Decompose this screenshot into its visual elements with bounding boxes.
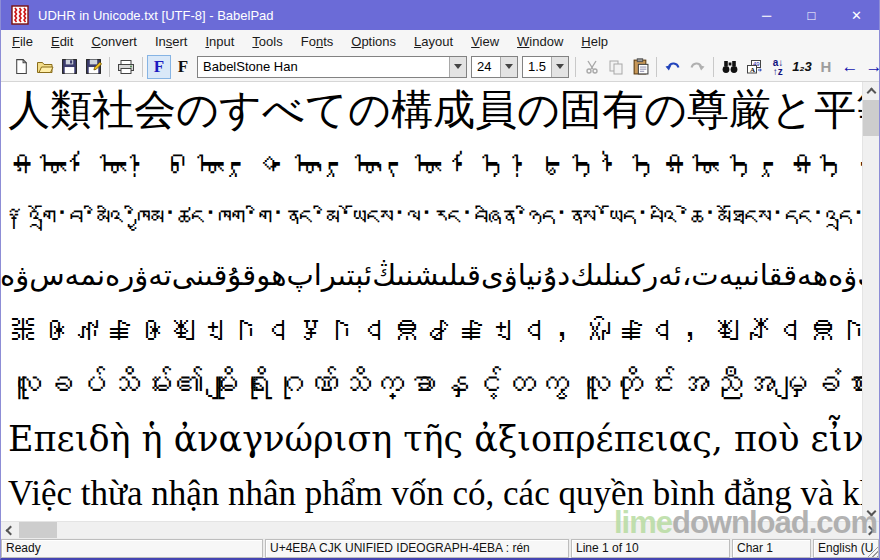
babelpad-app-icon [10, 5, 30, 25]
font-size-combobox[interactable]: 24 [471, 56, 518, 78]
horizontal-scroll-thumb[interactable] [19, 522, 57, 538]
copy-icon [608, 59, 624, 75]
chevron-left-icon [6, 525, 16, 535]
copy-button[interactable] [604, 55, 628, 79]
babelpad-window: UDHR in Unicode.txt [UTF-8] - BabelPad ─… [0, 0, 880, 560]
window-title: UDHR in Unicode.txt [UTF-8] - BabelPad [38, 8, 744, 23]
menu-item-convert[interactable]: Convert [82, 32, 146, 51]
toolbar-separator [109, 57, 110, 77]
redo-arrow-icon [688, 59, 706, 75]
font-name-dropdown-button[interactable] [449, 57, 466, 77]
editor-line-yi: ꒌꀖꁮꑌꀖꄮꉬꑍꒉꐯꑍꒉꌋꆀꑌꉬꒉ，ꑞꑌꒉ，ꄮꑆꒉꌋꑍꑳꉬꑌꒉ [1, 302, 862, 357]
undo-arrow-icon [664, 59, 682, 75]
chevron-down-icon [454, 64, 462, 69]
line-spacing-value: 1.5 [523, 57, 551, 77]
line-spacing-dropdown-button[interactable] [551, 57, 568, 77]
paste-button[interactable] [628, 55, 652, 79]
title-bar[interactable]: UDHR in Unicode.txt [UTF-8] - BabelPad ─… [1, 0, 879, 30]
open-file-button[interactable] [33, 55, 57, 79]
az-case-icon: a↓↑z [773, 58, 784, 76]
menu-item-insert[interactable]: Insert [146, 32, 197, 51]
status-char-info: U+4EBA CJK UNIFIED IDEOGRAPH-4EBA : rén [265, 539, 569, 558]
digits-button[interactable]: 1₂3 [790, 55, 814, 79]
previous-char-button[interactable]: ← [838, 55, 862, 79]
case-convert-button[interactable]: a↓↑z [766, 55, 790, 79]
minimize-button[interactable]: ─ [744, 0, 789, 30]
menu-item-layout[interactable]: Layout [405, 32, 462, 51]
font-size-dropdown-button[interactable] [500, 57, 517, 77]
editor-line-uyghur: ۋە تەۋرەنمەس ھوقۇقىنى ئېتىراپ قىلىشنىڭ د… [1, 247, 862, 302]
right-arrow-icon: → [866, 58, 880, 75]
save-button[interactable] [57, 55, 81, 79]
chevron-right-icon [865, 525, 875, 535]
open-folder-icon [36, 59, 54, 75]
printer-icon [117, 59, 135, 75]
scroll-down-button[interactable] [863, 504, 879, 521]
menu-item-edit[interactable]: Edit [42, 32, 82, 51]
print-button[interactable] [114, 55, 138, 79]
toolbar-separator [656, 57, 657, 77]
menu-item-window[interactable]: Window [508, 32, 572, 51]
toolbar-separator [142, 57, 143, 77]
find-button[interactable] [718, 55, 742, 79]
menu-item-input[interactable]: Input [196, 32, 243, 51]
close-button[interactable]: ✕ [834, 0, 879, 30]
font-name-combobox[interactable]: BabelStone Han [197, 56, 467, 78]
menu-bar: File Edit Convert Insert Input Tools Fon… [1, 30, 879, 52]
menu-item-file[interactable]: File [3, 32, 42, 51]
editor-line-vietnamese: Việc thừa nhận nhân phẩm vốn có, các quy… [1, 466, 862, 521]
horizontal-scrollbar[interactable] [1, 521, 879, 538]
close-icon: ✕ [851, 9, 862, 22]
text-editor-area[interactable]: 人類社会のすべての構成員の固有の尊厳と平等で譲ることのできない権利とを承認するこ… [1, 82, 879, 521]
clipboard-paste-icon [632, 58, 649, 75]
menu-item-help[interactable]: Help [572, 32, 617, 51]
numbers-123-icon: 1₂3 [792, 59, 811, 74]
h-letter-icon: H [821, 59, 832, 74]
redo-button[interactable] [685, 55, 709, 79]
new-document-button[interactable] [9, 55, 33, 79]
status-ready: Ready [1, 539, 263, 558]
next-char-button[interactable]: → [862, 55, 880, 79]
font-name-value: BabelStone Han [198, 57, 449, 77]
toolbar-separator [713, 57, 714, 77]
editor-line-mongolian: ᠬᠦᠮᠦᠨ ᠪᠦᠷ ᠲᠥᠷᠥᠵᠦ ᠮᠡᠨᠳᠡᠯᠡᠬᠦ ᠡᠷᠬᠡ ᠴᠢᠯᠥᠭᠡ ᠲ… [1, 138, 862, 193]
left-arrow-icon: ← [842, 58, 859, 75]
vertical-scroll-thumb[interactable] [863, 100, 879, 136]
menu-item-options[interactable]: Options [342, 32, 405, 51]
han-toggle-button[interactable]: H [814, 55, 838, 79]
codepoint-toggle-button[interactable]: 49 A [742, 55, 766, 79]
single-font-button[interactable]: F [171, 55, 195, 79]
editor-line-greek: Επειδὴ ἡ ἀναγνώριση τῆς ἀξιοπρέπειας, πο… [1, 412, 862, 467]
menu-item-tools[interactable]: Tools [243, 32, 291, 51]
scissors-icon [584, 59, 600, 75]
menu-item-view[interactable]: View [462, 32, 508, 51]
cut-button[interactable] [580, 55, 604, 79]
status-bar: Ready U+4EBA CJK UNIFIED IDEOGRAPH-4EBA … [1, 538, 879, 558]
editor-line-myanmar: လူခပ်သိမ်း၏မျိုးရိုးဂုဏ်သိက္ခာနှင့်တကွ လ… [1, 357, 862, 412]
chevron-down-icon [556, 64, 564, 69]
binoculars-icon [721, 59, 739, 75]
document-lines: 人類社会のすべての構成員の固有の尊厳と平等で譲ることのできない権利とを承認するこ… [1, 82, 862, 521]
editor-line-japanese: 人類社会のすべての構成員の固有の尊厳と平等で譲ることのできない権利とを承認するこ… [1, 82, 862, 138]
scroll-right-button[interactable] [863, 522, 879, 538]
status-char-pos: Char 1 [732, 539, 811, 558]
codepoint-cards-icon: 49 A [745, 59, 763, 75]
font-list-toggle-button[interactable]: F [147, 55, 171, 79]
font-f-black-icon: F [178, 57, 188, 77]
status-line-info: Line 1 of 10 [571, 539, 730, 558]
menu-item-fonts[interactable]: Fonts [292, 32, 343, 51]
font-size-value: 24 [472, 57, 500, 77]
save-as-button[interactable] [81, 55, 105, 79]
status-language: English (U [813, 539, 879, 558]
font-f-blue-icon: F [154, 57, 164, 77]
svg-text:A: A [750, 65, 755, 73]
undo-button[interactable] [661, 55, 685, 79]
chevron-down-icon [505, 64, 513, 69]
vertical-scrollbar[interactable] [862, 82, 879, 521]
minimize-icon: ─ [762, 9, 771, 22]
chevron-down-icon [866, 506, 876, 516]
maximize-button[interactable]: □ [789, 0, 834, 30]
line-spacing-combobox[interactable]: 1.5 [522, 56, 569, 78]
scroll-up-button[interactable] [863, 82, 879, 99]
scroll-left-button[interactable] [1, 522, 17, 538]
